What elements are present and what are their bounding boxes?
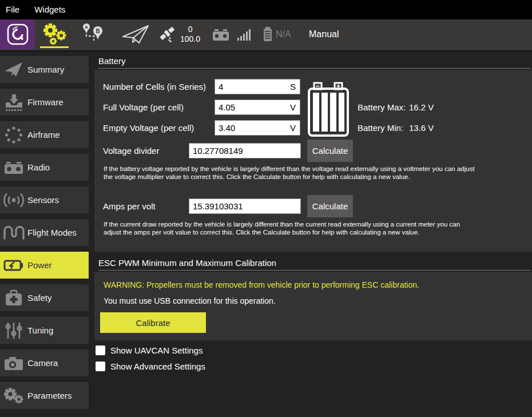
full-voltage-label: Full Voltage (per cell) xyxy=(103,100,184,115)
sidebar-item-label: Sensors xyxy=(27,195,59,205)
sidebar-item-power[interactable]: Power xyxy=(0,252,89,279)
camera-icon xyxy=(0,355,27,372)
sidebar-item-label: Camera xyxy=(27,358,58,368)
show-advanced-settings-option: Show Advanced Settings xyxy=(96,361,205,371)
cells-field-wrap: S xyxy=(215,79,300,94)
sidebar-item-label: Summary xyxy=(27,65,64,74)
firmware-download-icon xyxy=(0,93,27,112)
sidebar-item-airframe[interactable]: Airframe xyxy=(0,121,89,148)
voltage-divider-calculate-button[interactable]: Calculate xyxy=(307,140,353,162)
sidebar-item-label: Tuning xyxy=(27,325,53,335)
sidebar-item-label: Safety xyxy=(27,293,52,303)
gps-hdop-value: 100.0 xyxy=(180,34,200,44)
toolbar-battery-indicator[interactable]: N/A xyxy=(262,19,291,49)
paper-plane-icon xyxy=(0,61,27,78)
cells-unit: S xyxy=(290,79,296,94)
battery-max-value: 16.2 V xyxy=(409,100,434,115)
setup-active-underline xyxy=(40,46,69,48)
waypoints-icon: A B xyxy=(81,22,104,46)
battery-min-value: 13.6 V xyxy=(409,120,434,136)
empty-voltage-input[interactable] xyxy=(215,120,300,136)
esc-warning-text: WARNING: Propellers must be removed from… xyxy=(104,280,419,290)
battery-max-stat: Battery Max: 16.2 V xyxy=(358,100,434,115)
sidebar-item-safety[interactable]: Safety xyxy=(0,284,89,311)
battery-section-title: Battery xyxy=(98,56,126,66)
empty-voltage-unit: V xyxy=(290,120,296,136)
rc-transmitter-icon xyxy=(211,26,231,43)
sidebar-item-label: Radio xyxy=(27,162,50,172)
calibrate-button[interactable]: Calibrate xyxy=(100,312,206,333)
sidebar-item-sensors[interactable]: Sensors xyxy=(0,186,89,213)
menu-widgets[interactable]: Widgets xyxy=(27,0,73,19)
gears-icon xyxy=(42,22,67,46)
cells-input[interactable] xyxy=(215,79,300,94)
toolbar-plan-button[interactable]: A B xyxy=(76,19,109,49)
sidebar-item-label: Flight Modes xyxy=(27,228,77,237)
full-voltage-field-wrap: V xyxy=(215,100,300,115)
sidebar-item-flight-modes[interactable]: Flight Modes xyxy=(0,219,89,246)
paper-plane-icon xyxy=(121,22,150,46)
full-voltage-input[interactable] xyxy=(215,100,300,115)
empty-voltage-field-wrap: V xyxy=(215,120,300,136)
amps-per-volt-field-wrap xyxy=(189,198,301,214)
sidebar-item-radio[interactable]: Radio xyxy=(0,154,89,181)
flight-mode-label: Manual xyxy=(309,29,339,39)
cells-label: Number of Cells (in Series) xyxy=(103,79,206,94)
full-voltage-unit: V xyxy=(290,100,296,115)
safety-medkit-icon xyxy=(0,289,27,307)
large-battery-icon xyxy=(307,81,350,137)
sidebar-item-parameters[interactable]: Parameters xyxy=(0,382,89,409)
qgc-logo-icon xyxy=(6,23,29,46)
battery-status-icon xyxy=(262,26,273,43)
show-advanced-settings-label: Show Advanced Settings xyxy=(110,362,205,371)
esc-section-divider xyxy=(98,270,531,271)
battery-min-label: Battery Min: xyxy=(358,120,409,136)
menu-bar: File Widgets xyxy=(0,0,532,19)
qgc-logo-button[interactable] xyxy=(0,19,35,49)
sidebar-item-label: Airframe xyxy=(27,130,60,140)
sidebar-item-tuning[interactable]: Tuning xyxy=(0,317,89,344)
gps-values: 0 100.0 xyxy=(180,25,200,44)
toolbar-setup-button[interactable] xyxy=(38,19,70,49)
toolbar-fly-button[interactable] xyxy=(117,19,154,49)
voltage-divider-field-wrap xyxy=(189,143,301,158)
battery-min-stat: Battery Min: 13.6 V xyxy=(358,120,434,136)
parameters-gears-icon xyxy=(0,387,27,405)
show-advanced-settings-checkbox[interactable] xyxy=(96,362,105,371)
flight-modes-wave-icon xyxy=(0,224,27,241)
sidebar-item-camera[interactable]: Camera xyxy=(0,350,89,376)
show-uavcan-settings-checkbox[interactable] xyxy=(96,345,105,355)
battery-max-label: Battery Max: xyxy=(358,100,409,115)
amps-per-volt-help-text: If the current draw reported by the vehi… xyxy=(104,221,479,236)
sidebar-item-summary[interactable]: Summary xyxy=(0,56,89,83)
menu-file[interactable]: File xyxy=(0,0,27,19)
toolbar-gps-indicator[interactable]: 0 100.0 xyxy=(158,19,200,49)
voltage-divider-input[interactable] xyxy=(189,143,301,158)
power-setup-page: Battery Number of Cells (in Series) S Fu… xyxy=(94,51,532,417)
sidebar-item-firmware[interactable]: Firmware xyxy=(0,89,89,116)
esc-section-title: ESC PWM Minimum and Maximum Calibration xyxy=(98,258,276,268)
amps-per-volt-input[interactable] xyxy=(189,198,301,214)
esc-usb-note: You must use USB connection for this ope… xyxy=(104,296,276,306)
battery-section-divider xyxy=(98,68,531,69)
voltage-divider-help-text: If the battery voltage reported by the v… xyxy=(104,165,479,181)
sidebar-item-label: Firmware xyxy=(27,97,63,107)
toolbar: A B 0 xyxy=(0,19,532,51)
setup-sidebar: Summary Firmware xyxy=(0,56,89,415)
show-uavcan-settings-label: Show UAVCAN Settings xyxy=(110,345,203,355)
amps-per-volt-calculate-button[interactable]: Calculate xyxy=(307,195,353,217)
sensors-signal-icon xyxy=(0,192,27,209)
satellite-icon xyxy=(158,25,177,44)
radio-transmitter-icon xyxy=(0,159,27,176)
toolbar-rc-indicator[interactable] xyxy=(211,19,253,49)
flight-mode-selector[interactable]: Manual xyxy=(309,19,339,49)
plan-pin-a-label: A xyxy=(85,25,88,30)
empty-voltage-label: Empty Voltage (per cell) xyxy=(103,120,194,136)
airframe-dots-icon xyxy=(0,126,27,144)
amps-per-volt-label: Amps per volt xyxy=(103,198,156,214)
signal-bars-icon xyxy=(237,26,253,42)
power-battery-icon xyxy=(0,257,27,274)
plan-pin-b-label: B xyxy=(96,28,100,34)
voltage-divider-label: Voltage divider xyxy=(103,143,159,158)
battery-status-value: N/A xyxy=(276,29,291,39)
